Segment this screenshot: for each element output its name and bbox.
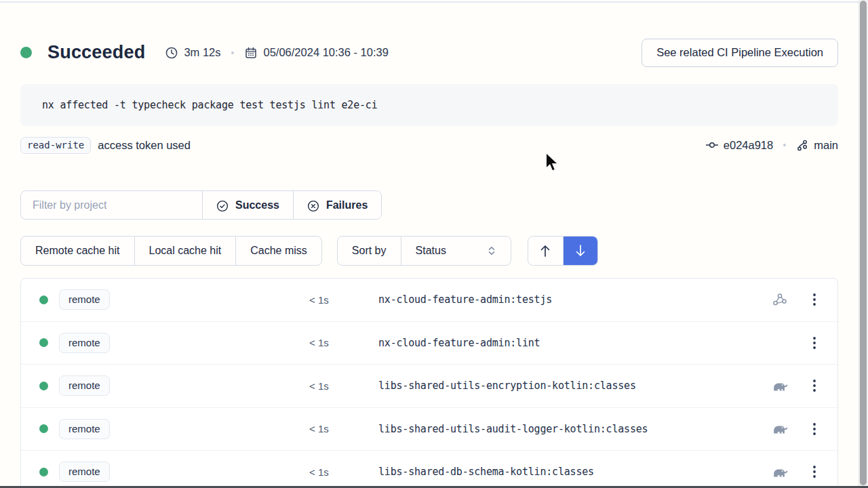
task-table: remote < 1s nx-cloud-feature-admin:testj… [20, 278, 838, 488]
branch-icon [796, 139, 808, 151]
status-success-dot-icon [20, 47, 32, 58]
cache-miss-button[interactable]: Cache miss [235, 237, 321, 265]
gradle-elephant-icon [772, 380, 789, 392]
task-duration: < 1s [309, 423, 350, 434]
cache-sort-bar: Remote cache hit Local cache hit Cache m… [20, 236, 838, 266]
page-title: Succeeded [47, 42, 145, 63]
task-success-dot-icon [39, 382, 48, 390]
task-row[interactable]: remote < 1s libs-shared-db-schema-kotlin… [21, 451, 837, 488]
sort-descending-button[interactable] [563, 237, 597, 265]
mouse-cursor [545, 152, 561, 173]
access-token-badge: read-write [20, 137, 91, 154]
task-name[interactable]: libs-shared-utils-audit-logger-kotlin:cl… [378, 423, 770, 435]
gradle-elephant-icon [772, 466, 789, 479]
row-menu-button[interactable] [808, 336, 821, 350]
task-success-dot-icon [39, 296, 48, 304]
nx-command-text: nx affected -t typecheck package test te… [42, 99, 378, 111]
task-duration: < 1s [309, 466, 350, 478]
run-header: Succeeded 3m 12s 05/06/2024 10:36 - 10:3… [20, 38, 838, 67]
task-name[interactable]: nx-cloud-feature-admin:testjs [378, 293, 770, 306]
task-success-dot-icon [39, 424, 48, 433]
cache-badge-cell: remote [59, 289, 309, 310]
failures-filter-button[interactable]: Failures [293, 191, 381, 219]
filter-by-project-input[interactable] [21, 191, 202, 219]
task-name[interactable]: libs-shared-utils-encryption-kotlin:clas… [378, 380, 770, 392]
local-cache-hit-button[interactable]: Local cache hit [134, 237, 236, 265]
scrollbar-thumb[interactable] [860, 1, 867, 485]
task-duration: < 1s [309, 380, 350, 392]
run-duration: 3m 12s [184, 46, 220, 59]
remote-cache-badge: remote [59, 419, 110, 439]
row-menu-button[interactable] [808, 292, 821, 307]
task-row[interactable]: remote < 1s libs-shared-utils-audit-logg… [21, 408, 837, 451]
sort-select-value: Status [416, 245, 446, 257]
access-token-text: access token used [98, 139, 191, 152]
cache-badge-cell: remote [59, 333, 309, 353]
x-circle-icon [307, 199, 319, 211]
commit-icon [706, 139, 718, 151]
sort-ascending-button[interactable] [528, 237, 563, 265]
run-date-range: 05/06/2024 10:36 - 10:39 [263, 46, 388, 59]
dot-separator [231, 52, 234, 54]
token-row: read-write access token used e024a918 ma… [20, 135, 838, 155]
sort-group: Sort by Status [337, 236, 511, 266]
window-top-divider [0, 1, 868, 3]
cache-filter-group: Remote cache hit Local cache hit Cache m… [20, 236, 322, 266]
clock-icon [165, 47, 178, 59]
task-row[interactable]: remote < 1s nx-cloud-feature-admin:lint [21, 322, 837, 365]
command-block: nx affected -t typecheck package test te… [20, 84, 838, 126]
task-success-dot-icon [39, 468, 48, 476]
filter-bar: Success Failures [20, 190, 382, 220]
task-name[interactable]: nx-cloud-feature-admin:lint [378, 337, 770, 349]
vertical-scrollbar[interactable] [859, 0, 868, 488]
sort-select[interactable]: Status [401, 237, 511, 265]
cache-badge-cell: remote [59, 462, 309, 482]
task-duration: < 1s [309, 294, 350, 306]
chevron-up-down-icon [487, 245, 496, 256]
cache-badge-cell: remote [59, 375, 309, 396]
sort-direction-group [528, 236, 598, 266]
sort-by-label: Sort by [338, 237, 401, 265]
task-row[interactable]: remote < 1s nx-cloud-feature-admin:testj… [21, 279, 837, 322]
branch-name[interactable]: main [814, 139, 838, 152]
row-menu-button[interactable] [808, 464, 821, 479]
failures-filter-label: Failures [326, 199, 368, 211]
task-graph-icon [772, 292, 788, 307]
task-name[interactable]: libs-shared-db-schema-kotlin:classes [378, 466, 770, 478]
vcs-info: e024a918 main [706, 139, 838, 152]
success-filter-button[interactable]: Success [202, 191, 293, 219]
calendar-icon [245, 47, 257, 59]
task-duration: < 1s [309, 337, 350, 348]
run-meta: 3m 12s 05/06/2024 10:36 - 10:39 [165, 46, 389, 59]
success-filter-label: Success [235, 199, 279, 211]
check-circle-icon [216, 199, 229, 211]
remote-cache-badge: remote [59, 289, 110, 310]
remote-cache-badge: remote [59, 462, 110, 482]
gradle-elephant-icon [772, 422, 789, 435]
task-row[interactable]: remote < 1s libs-shared-utils-encryption… [21, 365, 837, 408]
row-menu-button[interactable] [808, 378, 821, 393]
remote-cache-badge: remote [59, 375, 110, 396]
dot-separator [783, 144, 786, 146]
see-related-ci-pipeline-button[interactable]: See related CI Pipeline Execution [642, 39, 838, 67]
task-success-dot-icon [39, 338, 48, 347]
row-menu-button[interactable] [808, 422, 821, 436]
cache-badge-cell: remote [59, 419, 309, 439]
remote-cache-hit-button[interactable]: Remote cache hit [21, 237, 134, 265]
commit-sha[interactable]: e024a918 [724, 139, 773, 152]
remote-cache-badge: remote [59, 333, 110, 353]
